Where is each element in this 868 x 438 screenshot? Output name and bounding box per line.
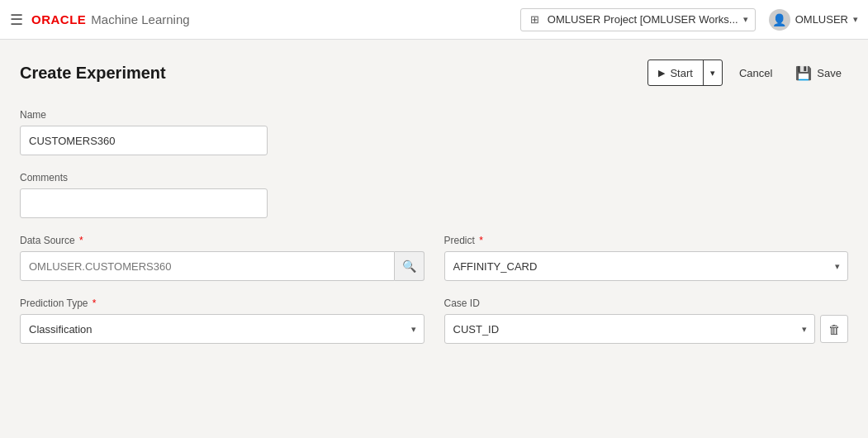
datasource-search-button[interactable]: 🔍 bbox=[395, 251, 425, 281]
start-button-label: Start bbox=[670, 67, 692, 79]
start-button-main[interactable]: ▶ Start bbox=[648, 60, 703, 85]
user-avatar-icon: 👤 bbox=[769, 9, 790, 31]
grid-icon: ⊞ bbox=[528, 12, 543, 27]
datasource-predict-row: Data Source * 🔍 Predict * AFFINITY_CARD bbox=[20, 235, 848, 281]
prediction-type-label: Prediction Type * bbox=[20, 298, 425, 309]
name-label: Name bbox=[20, 109, 848, 121]
save-button-label: Save bbox=[817, 67, 842, 79]
project-selector[interactable]: ⊞ OMLUSER Project [OMLUSER Works... ▾ bbox=[520, 8, 756, 31]
case-id-field-group: Case ID CUST_ID ▾ 🗑 bbox=[444, 298, 849, 344]
prediction-type-field-group: Prediction Type * Classification ▾ bbox=[20, 298, 425, 344]
case-id-select[interactable]: CUST_ID bbox=[444, 314, 816, 344]
hamburger-icon[interactable]: ☰ bbox=[10, 12, 23, 27]
comments-label: Comments bbox=[20, 172, 848, 183]
datasource-field-group: Data Source * 🔍 bbox=[20, 235, 425, 281]
user-label: OMLUSER bbox=[795, 13, 848, 26]
start-dropdown-arrow[interactable]: ▾ bbox=[704, 60, 722, 85]
cancel-button[interactable]: Cancel bbox=[733, 67, 779, 79]
name-field-group: Name bbox=[20, 109, 848, 155]
predict-select-wrapper: AFFINITY_CARD ▾ bbox=[444, 251, 849, 281]
start-button-group[interactable]: ▶ Start ▾ bbox=[647, 60, 722, 86]
predict-field-group: Predict * AFFINITY_CARD ▾ bbox=[444, 235, 849, 281]
main-content: Create Experiment ▶ Start ▾ Cancel 💾 Sav… bbox=[0, 40, 868, 364]
page-title: Create Experiment bbox=[20, 64, 166, 83]
predict-select[interactable]: AFFINITY_CARD bbox=[444, 251, 849, 281]
brand: ORACLE Machine Learning bbox=[31, 12, 190, 26]
predict-label: Predict * bbox=[444, 235, 849, 246]
name-input-wrapper bbox=[20, 126, 268, 155]
play-icon: ▶ bbox=[658, 68, 665, 79]
comments-field-group: Comments bbox=[20, 172, 848, 218]
case-id-delete-button[interactable]: 🗑 bbox=[820, 315, 848, 343]
datasource-input[interactable] bbox=[20, 251, 395, 281]
prediction-caseid-row: Prediction Type * Classification ▾ Case … bbox=[20, 298, 848, 344]
page-header: Create Experiment ▶ Start ▾ Cancel 💾 Sav… bbox=[20, 60, 848, 86]
prediction-type-select-wrapper: Classification ▾ bbox=[20, 314, 425, 344]
comments-input[interactable] bbox=[20, 188, 268, 218]
brand-oracle-text: ORACLE bbox=[31, 12, 86, 26]
datasource-input-wrapper: 🔍 bbox=[20, 251, 425, 281]
comments-input-wrapper bbox=[20, 188, 268, 218]
case-id-select-container: CUST_ID ▾ bbox=[444, 314, 816, 344]
prediction-type-required-star: * bbox=[90, 298, 97, 309]
delete-icon: 🗑 bbox=[828, 322, 841, 336]
name-input[interactable] bbox=[20, 126, 268, 155]
user-dropdown-arrow: ▾ bbox=[853, 14, 858, 25]
header-right: ⊞ OMLUSER Project [OMLUSER Works... ▾ 👤 … bbox=[520, 8, 858, 31]
save-button[interactable]: 💾 Save bbox=[789, 65, 848, 81]
predict-required-star: * bbox=[477, 235, 483, 246]
datasource-label: Data Source * bbox=[20, 235, 425, 246]
datasource-required-star: * bbox=[77, 235, 83, 246]
search-icon: 🔍 bbox=[402, 259, 416, 273]
case-id-label: Case ID bbox=[444, 298, 849, 309]
save-icon: 💾 bbox=[795, 65, 812, 81]
experiment-form: Name Comments Data Source * 🔍 bbox=[20, 109, 848, 344]
page-actions: ▶ Start ▾ Cancel 💾 Save bbox=[647, 60, 848, 86]
prediction-type-select[interactable]: Classification bbox=[20, 314, 425, 344]
brand-ml-text: Machine Learning bbox=[91, 12, 189, 26]
app-header: ☰ ORACLE Machine Learning ⊞ OMLUSER Proj… bbox=[0, 0, 868, 40]
case-id-input-wrapper: CUST_ID ▾ 🗑 bbox=[444, 314, 849, 344]
project-dropdown-arrow: ▾ bbox=[743, 14, 748, 25]
user-selector[interactable]: 👤 OMLUSER ▾ bbox=[769, 9, 858, 31]
header-left: ☰ ORACLE Machine Learning bbox=[10, 12, 190, 27]
project-label: OMLUSER Project [OMLUSER Works... bbox=[548, 13, 738, 26]
